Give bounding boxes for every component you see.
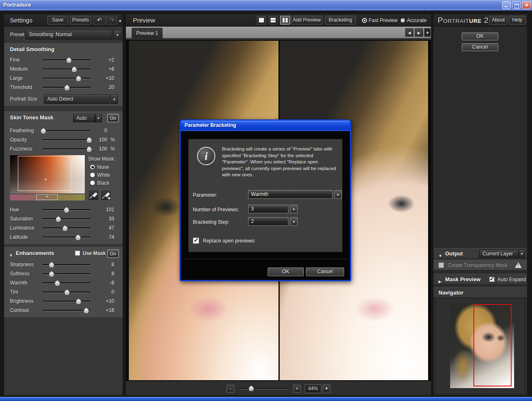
show-mask-white-radio[interactable]	[90, 172, 95, 178]
eyedropper-button[interactable]	[88, 190, 99, 200]
dialog-titlebar[interactable]: Parameter Bracketing	[181, 121, 350, 131]
softness-slider[interactable]	[42, 273, 91, 275]
zoom-level-chevron-down-icon[interactable]	[323, 384, 330, 393]
softness-slider-thumb[interactable]	[49, 271, 54, 277]
accurate-radio[interactable]	[400, 18, 405, 23]
contrast-slider-thumb[interactable]	[84, 308, 89, 313]
skin-mode-select[interactable]: Auto	[73, 114, 95, 122]
output-collapse-icon[interactable]	[438, 251, 442, 259]
layout-split-vertical-button[interactable]	[280, 16, 290, 25]
skin-tone-selection-rect	[18, 156, 71, 191]
parameter-chevron-down-icon[interactable]	[334, 190, 342, 199]
dialog-ok-button[interactable]: OK	[268, 267, 304, 276]
parameter-select[interactable]: Warmth	[248, 190, 332, 199]
mask-preview-expand-icon[interactable]	[438, 277, 441, 285]
hue-slider[interactable]	[42, 209, 91, 210]
fine-slider-thumb[interactable]	[66, 57, 71, 63]
threshold-slider-thumb[interactable]	[64, 85, 69, 90]
zoom-out-button[interactable]: -	[227, 385, 234, 393]
number-of-previews-select[interactable]: 3	[248, 205, 288, 213]
tint-slider-thumb[interactable]	[64, 290, 69, 295]
opacity-slider[interactable]	[42, 139, 91, 141]
fast-preview-radio[interactable]	[362, 18, 367, 23]
latitude-slider-thumb[interactable]	[76, 235, 81, 240]
zoom-slider-thumb[interactable]	[249, 386, 254, 391]
redo-icon[interactable]: ↷	[106, 16, 117, 25]
luminance-slider-thumb[interactable]	[63, 225, 68, 231]
tab-preview-1[interactable]: Preview 1	[132, 28, 163, 38]
bracketing-button[interactable]: Bracketing	[325, 16, 356, 25]
opacity-slider-thumb[interactable]	[87, 137, 92, 143]
restore-icon[interactable]	[512, 1, 521, 9]
add-preview-button[interactable]: Add Preview	[291, 16, 323, 25]
auto-expand-checkbox[interactable]	[489, 277, 495, 282]
navigator-thumbnail[interactable]	[450, 303, 514, 388]
fuzziness-slider-thumb[interactable]	[87, 146, 92, 152]
save-button[interactable]: Save	[47, 16, 68, 25]
number-of-previews-chevron-down-icon[interactable]	[290, 205, 298, 213]
large-slider-thumb[interactable]	[76, 76, 81, 81]
hue-strip[interactable]: +	[10, 194, 85, 200]
skin-tone-gradient-picker[interactable]: +	[10, 155, 85, 193]
feathering-slider[interactable]	[42, 130, 91, 131]
navigator-view-rect[interactable]	[473, 304, 512, 386]
enhancements-on-button[interactable]: On	[107, 250, 119, 258]
tab-scroll-left-arrow-icon[interactable]: ◀	[405, 28, 414, 37]
ok-button[interactable]: OK	[462, 32, 498, 40]
tab-scroll-right-arrow-icon[interactable]: ▶	[415, 28, 423, 37]
skin-mask-on-button[interactable]: On	[107, 114, 119, 122]
eyedropper-add-button[interactable]	[101, 190, 111, 200]
help-button[interactable]: Help	[509, 16, 526, 25]
large-slider[interactable]	[42, 78, 91, 79]
layout-single-button[interactable]	[257, 16, 266, 25]
hue-slider-thumb[interactable]	[64, 207, 69, 213]
settings-menu-chevron-down-icon[interactable]	[118, 16, 122, 25]
bracketing-step-chevron-down-icon[interactable]	[290, 217, 298, 226]
portrait-size-select[interactable]: Auto Detect	[44, 94, 110, 104]
create-transparency-mask-checkbox[interactable]	[438, 262, 444, 268]
warmth-slider[interactable]	[42, 282, 91, 284]
close-icon[interactable]	[522, 1, 531, 9]
bracketing-step-select[interactable]: 2	[248, 217, 288, 226]
contrast-slider[interactable]	[42, 310, 91, 311]
replace-open-previews-checkbox[interactable]	[193, 238, 199, 244]
brightness-slider-thumb[interactable]	[76, 299, 81, 304]
dialog-cancel-button[interactable]: Cancel	[306, 267, 344, 276]
zoom-in-button[interactable]: +	[293, 385, 301, 393]
about-button[interactable]: About	[489, 16, 507, 25]
presets-button[interactable]: Presets	[70, 16, 91, 25]
portrait-size-chevron-down-icon[interactable]	[111, 94, 118, 104]
zoom-slider[interactable]	[239, 388, 288, 389]
enhancements-collapse-icon[interactable]	[9, 251, 13, 258]
window-titlebar[interactable]: Portraiture	[0, 0, 532, 11]
medium-slider-thumb[interactable]	[72, 67, 77, 72]
show-mask-black-radio[interactable]	[90, 180, 95, 186]
medium-slider[interactable]	[42, 69, 91, 70]
tab-list-chevron-down-icon[interactable]	[424, 28, 431, 37]
undo-icon[interactable]: ↶	[93, 16, 106, 25]
fuzziness-slider[interactable]	[42, 149, 91, 150]
sharpness-slider[interactable]	[42, 264, 91, 265]
preset-select[interactable]: Smoothing: Normal	[26, 30, 112, 40]
layout-split-horizontal-button[interactable]	[268, 16, 278, 25]
saturation-slider[interactable]	[42, 218, 91, 220]
tint-slider[interactable]	[42, 292, 91, 293]
saturation-slider-thumb[interactable]	[56, 216, 61, 222]
latitude-slider[interactable]	[42, 237, 91, 238]
fine-slider[interactable]	[42, 59, 91, 61]
show-mask-none-radio[interactable]	[90, 164, 95, 170]
output-layer-select[interactable]: Current Layer	[479, 250, 519, 258]
skin-mode-chevron-down-icon[interactable]	[95, 114, 102, 122]
use-mask-checkbox[interactable]	[75, 250, 80, 256]
feathering-slider-thumb[interactable]	[41, 128, 46, 134]
threshold-slider[interactable]	[42, 87, 91, 88]
minimize-icon[interactable]	[502, 1, 511, 9]
sharpness-slider-thumb[interactable]	[49, 262, 54, 267]
warmth-slider-thumb[interactable]	[55, 280, 60, 286]
preset-chevron-down-icon[interactable]	[113, 30, 122, 40]
cancel-button[interactable]: Cancel	[462, 43, 498, 51]
hue-selection-rect[interactable]: +	[36, 194, 58, 200]
output-layer-chevron-down-icon[interactable]	[519, 250, 525, 258]
luminance-slider[interactable]	[42, 228, 91, 229]
brightness-slider[interactable]	[42, 301, 91, 302]
